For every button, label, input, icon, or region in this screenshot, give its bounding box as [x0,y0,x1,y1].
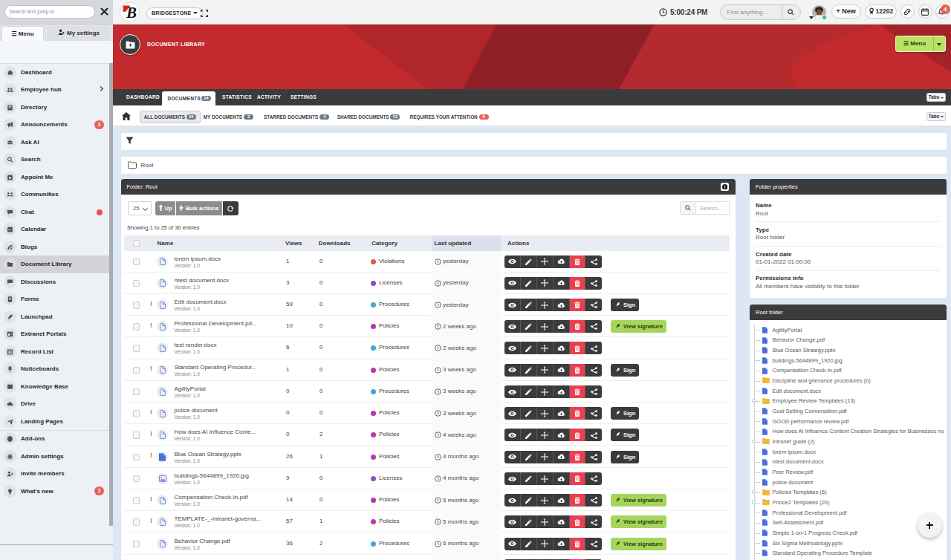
svg-text:B: B [126,4,137,22]
